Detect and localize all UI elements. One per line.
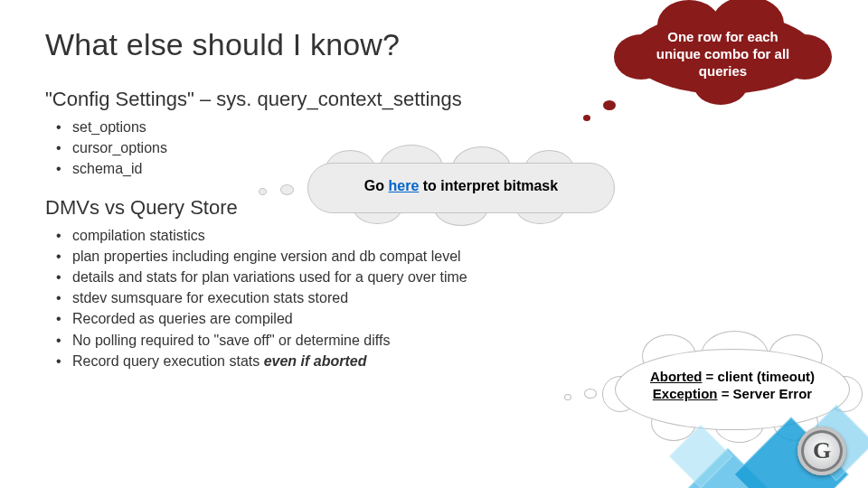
callout-unique-combo: One row for each unique combo for all qu… xyxy=(630,13,816,94)
list-item-text: Record query execution stats xyxy=(72,353,264,369)
callout-def: = Server Error xyxy=(718,386,813,401)
callout-line: unique combo for all xyxy=(656,46,790,61)
list-item: stdev sumsquare for execution stats stor… xyxy=(54,287,823,308)
list-item: plan properties including engine version… xyxy=(54,246,823,267)
list-item: details and stats for plan variations us… xyxy=(54,267,823,287)
callout-line: queries xyxy=(699,63,747,79)
bitmask-link[interactable]: here xyxy=(389,178,420,193)
callout-text: to interpret bitmask xyxy=(419,178,558,193)
callout-def: = client (timeout) xyxy=(702,369,815,384)
list-item: compilation statistics xyxy=(54,225,823,246)
list-item: set_options xyxy=(54,117,823,137)
logo-medallion: G xyxy=(797,427,846,475)
callout-text: Go xyxy=(364,178,389,193)
list-item: Recorded as queries are compiled xyxy=(54,308,823,329)
list-item-emph: even if aborted xyxy=(264,353,367,369)
slide: What else should I know? "Config Setting… xyxy=(0,0,868,488)
callout-term: Exception xyxy=(653,386,718,401)
callout-aborted-exception: Aborted = client (timeout) Exception = S… xyxy=(615,349,850,430)
callout-term: Aborted xyxy=(650,369,703,384)
logo-letter: G xyxy=(813,437,831,465)
callout-bitmask: Go here to interpret bitmask xyxy=(307,163,615,213)
callout-line: One row for each xyxy=(667,29,778,44)
